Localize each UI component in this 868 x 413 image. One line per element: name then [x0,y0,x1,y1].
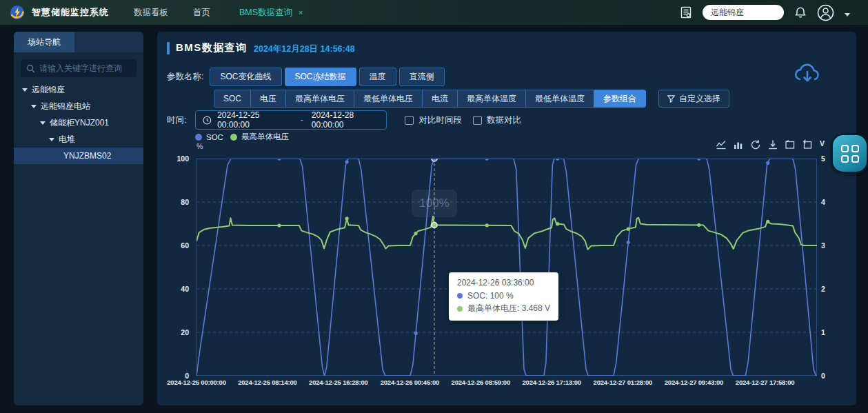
x-axis-labels: 2024-12-25 00:00:002024-12-25 08:14:0020… [196,379,817,388]
x-tick-label: 2024-12-26 17:13:00 [522,379,581,386]
time-range-input[interactable]: 2024-12-25 00:00:00 - 2024-12-28 00:00:0… [195,110,387,130]
param-tab-3[interactable]: 直流侧 [399,68,445,86]
station-sidebar: 场站导航 远能锦座远能锦座电站储能柜YNJZ001电堆YNJZBMS02 [14,32,143,405]
legend-label: 最高单体电压 [241,132,289,142]
legend-item-0[interactable]: SOC [195,133,223,141]
tree-node[interactable]: 电堆 [14,131,143,148]
x-tick-label: 2024-12-25 08:14:00 [238,379,296,386]
tree-node[interactable]: 储能柜YNJZ001 [14,114,143,131]
hover-point-volt [432,223,437,228]
checkbox-compare-data[interactable]: 数据对比 [473,114,521,126]
series-SOC [196,159,817,376]
zoom-level-overlay: 100% [412,190,457,217]
sub-tab-7[interactable]: 参数组合 [594,90,646,108]
left-tick-label: 60 [181,241,189,250]
chart-tooltip: 2024-12-26 03:36:00 SOC: 100 %最高单体电压: 3.… [449,272,558,321]
checkbox-box-icon[interactable] [405,116,414,125]
clock-icon [203,116,212,125]
restore-icon[interactable] [750,139,761,150]
param-tab-0[interactable]: SOC变化曲线 [210,68,281,86]
checkbox-box-icon[interactable] [473,116,482,125]
nav-item-dashboard[interactable]: 数据看板 [134,7,168,19]
data-point [766,161,769,165]
data-point [627,228,630,231]
param-tab-2[interactable]: 温度 [359,68,396,86]
sidebar-search-box[interactable] [21,59,137,77]
legend-label: SOC [206,133,223,141]
param-label: 参数名称: [167,71,203,83]
custom-select-button[interactable]: 自定义选择 [658,90,729,108]
bell-icon[interactable] [794,6,807,19]
right-tick-label: 4 [821,198,825,206]
tree-node-label: YNJZBMS02 [63,151,111,161]
sub-tab-2[interactable]: 最高单体电压 [285,90,354,108]
data-point [766,220,769,223]
legend-item-1[interactable]: 最高单体电压 [230,132,289,142]
checkbox-compare-period[interactable]: 对比时间段 [405,114,462,126]
tooltip-row: 最高单体电压: 3.468 V [457,303,550,314]
hover-point-soc [432,159,437,161]
left-tick-label: 40 [181,285,189,293]
sub-tab-4[interactable]: 电流 [422,90,458,108]
plot-border [197,159,817,376]
tooltip-series-value: 最高单体电压: 3.468 V [467,303,550,314]
download-icon[interactable] [767,139,778,150]
tab-close-icon[interactable]: × [299,8,303,17]
left-tick-label: 20 [181,328,189,336]
param-tab-1[interactable]: SOC冻结数据 [285,68,356,86]
quick-panel-button[interactable] [833,135,867,172]
data-point [277,223,281,227]
data-zoom-icon[interactable] [785,139,796,150]
tree-node-label: 远能锦座 [32,84,65,96]
sidebar-search-input[interactable] [39,63,131,73]
tree-node[interactable]: 远能锦座电站 [14,98,143,114]
grid-icon [841,145,859,163]
tree-node-selected[interactable]: YNJZBMS02 [14,148,143,164]
nav-menu: 数据看板首页 [109,7,210,19]
data-point [414,232,418,235]
sub-tab-6[interactable]: 最低单体温度 [525,90,594,108]
x-tick-label: 2024-12-27 09:43:00 [665,379,723,386]
tab-bms-data-query[interactable]: BMS数据查询 × [239,7,303,19]
time-label: 时间: [167,114,186,126]
cloud-download-icon[interactable] [793,61,822,85]
chart-plot-area[interactable] [196,159,817,376]
right-tick-label: 2 [821,285,825,293]
sub-tab-1[interactable]: 电压 [250,90,286,108]
data-point [485,159,489,161]
zoom-restore-icon[interactable] [802,139,813,150]
data-point [627,241,630,244]
station-search-input[interactable] [703,5,784,20]
x-tick-label: 2024-12-26 08:59:00 [452,379,510,386]
user-avatar-icon[interactable] [817,4,834,21]
sub-tab-0[interactable]: SOC [214,90,251,108]
x-tick-label: 2024-12-25 00:00:00 [167,379,225,386]
line-chart-icon[interactable] [716,139,727,150]
sub-tab-5[interactable]: 最高单体温度 [457,90,526,108]
time-start-value: 2024-12-25 00:00:00 [217,110,292,130]
tree-caret-icon[interactable] [40,121,46,125]
x-tick-label: 2024-12-27 01:28:00 [594,379,652,386]
user-menu-caret-icon[interactable] [845,13,850,17]
tooltip-series-dot-icon [457,293,463,299]
app-logo-icon [10,5,25,20]
tree-caret-icon[interactable] [22,88,28,92]
data-point [556,222,559,225]
tab-station-navigation[interactable]: 场站导航 [14,32,74,52]
x-tick-label: 2024-12-27 17:58:00 [736,379,794,386]
nav-item-home[interactable]: 首页 [193,7,210,19]
legend-dot-icon [195,134,202,141]
chart-legend: SOC最高单体电压 [195,132,296,142]
tree-caret-icon[interactable] [49,138,54,141]
tree-caret-icon[interactable] [31,105,37,108]
bar-chart-icon[interactable] [733,139,744,150]
sidebar-header: 场站导航 [14,32,143,52]
param-tabs-row: 参数名称: SOC变化曲线SOC冻结数据温度直流侧 [167,68,447,86]
report-icon[interactable] [680,6,692,19]
tree-node[interactable]: 远能锦座 [14,81,143,98]
tooltip-series-dot-icon [457,306,463,312]
sub-tab-3[interactable]: 最低单体电压 [354,90,423,108]
left-tick-label: 100 [176,154,189,163]
tree-node-label: 储能柜YNJZ001 [50,117,109,129]
right-tick-label: 1 [821,328,825,336]
